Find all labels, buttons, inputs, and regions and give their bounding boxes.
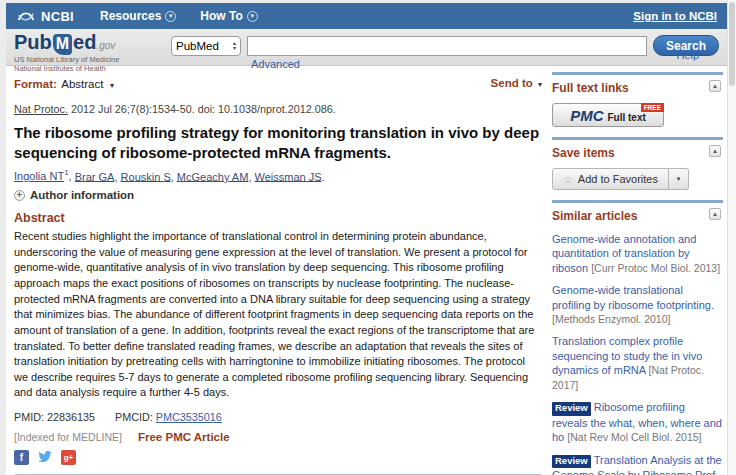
database-select-value: PubMed: [176, 40, 219, 52]
pmc-logo: PMC: [570, 107, 603, 124]
full-text-links-section: Full text links ▴ PMC Full text FREE: [552, 72, 723, 137]
pmid-value: 22836135: [47, 411, 95, 423]
chevron-down-icon: ▾: [247, 11, 258, 22]
sidebar: Full text links ▴ PMC Full text FREE Sav…: [552, 72, 723, 475]
author-list: Ingolia NT1, Brar GA, Rouskin S, McGeach…: [14, 169, 542, 183]
advanced-link[interactable]: Advanced: [251, 58, 719, 70]
article-title: The ribosome profiling strategy for moni…: [14, 123, 542, 163]
journal-link[interactable]: Nat Protoc.: [14, 103, 68, 115]
pubmed-logo[interactable]: PubMed.gov US National Library of Medici…: [14, 32, 141, 65]
ncbi-navbar: NCBI Resources ▾ How To ▾ Sign in to NCB…: [6, 3, 727, 29]
search-input[interactable]: [247, 36, 647, 56]
vertical-scrollbar[interactable]: [727, 0, 736, 475]
similar-article-item[interactable]: ReviewTranslation Analysis at the Genome…: [552, 453, 723, 475]
similar-article-item[interactable]: Genome-wide translational profiling by r…: [552, 283, 723, 326]
logo-ed: ed: [73, 31, 96, 53]
content-area: Format: Abstract ▾ Send to ▾ Nat Protoc.…: [6, 66, 727, 475]
nav-resources-label: Resources: [100, 9, 161, 23]
scrollbar-thumb[interactable]: [729, 2, 735, 86]
nlm-tagline: US National Library of Medicine National…: [14, 56, 141, 73]
author-link[interactable]: Ingolia NT1,: [14, 170, 72, 182]
ncbi-logo-icon: [16, 8, 36, 24]
author-link[interactable]: Weissman JS.: [255, 170, 325, 182]
review-badge: Review: [552, 455, 591, 468]
format-toolbar: Format: Abstract ▾ Send to ▾: [14, 74, 542, 92]
twitter-icon[interactable]: [37, 450, 53, 464]
author-information-label: Author information: [30, 189, 134, 201]
sign-in-link[interactable]: Sign in to NCBI: [633, 10, 717, 22]
search-header: PubMed.gov US National Library of Medici…: [6, 29, 727, 66]
similar-article-citation: [Nat Rev Mol Cell Biol. 2015]: [567, 431, 701, 443]
pmcid-label: PMCID:: [115, 411, 153, 423]
logo-m-icon: M: [53, 34, 72, 55]
database-select[interactable]: PubMed ▴▾: [171, 36, 241, 56]
similar-articles-heading: Similar articles: [552, 209, 723, 224]
similar-article-item[interactable]: ReviewRibosome profiling reveals the wha…: [552, 400, 723, 444]
star-icon: ☆: [563, 173, 573, 186]
similar-article-item[interactable]: Genome-wide annotation and quantitation …: [552, 232, 723, 275]
free-pmc-article-link[interactable]: Free PMC Article: [138, 431, 230, 443]
facebook-icon[interactable]: f: [14, 450, 29, 465]
free-badge: FREE: [641, 103, 664, 112]
send-to-menu[interactable]: Send to ▾: [491, 77, 542, 89]
ncbi-brand[interactable]: NCBI: [41, 9, 74, 24]
indexed-for-medline: [Indexed for MEDLINE]: [14, 431, 122, 443]
collapse-icon[interactable]: ▴: [709, 145, 721, 157]
similar-article-link[interactable]: Genome-wide translational profiling by r…: [552, 284, 714, 310]
journal-citation: Nat Protoc. 2012 Jul 26;7(8):1534-50. do…: [14, 103, 542, 115]
pubmed-page: NCBI Resources ▾ How To ▾ Sign in to NCB…: [6, 3, 727, 475]
similar-article-item[interactable]: Translation complex profile sequencing t…: [552, 334, 723, 392]
pmid-label: PMID:: [14, 411, 44, 423]
select-stepper-icon: ▴▾: [233, 41, 236, 51]
save-items-heading: Save items: [552, 146, 723, 161]
share-row: f g+: [14, 450, 542, 465]
expand-plus-icon: +: [14, 190, 25, 201]
full-text-links-heading: Full text links: [552, 81, 723, 96]
author-link[interactable]: Brar GA,: [75, 170, 118, 182]
nav-how-to-label: How To: [200, 9, 242, 23]
format-label: Format:: [14, 78, 57, 90]
pmc-full-text-label: Full text: [607, 112, 645, 123]
favorites-dropdown-button[interactable]: ▾: [669, 168, 689, 190]
review-badge: Review: [552, 402, 591, 415]
abstract-text: Recent studies highlight the importance …: [14, 229, 542, 401]
save-items-section: Save items ▴ ☆ Add to Favorites ▾: [552, 137, 723, 200]
identifier-row: PMID: 22836135 PMCID: PMC3535016: [14, 411, 542, 423]
help-link[interactable]: Help: [676, 49, 699, 61]
add-to-favorites-label: Add to Favorites: [578, 173, 658, 185]
collapse-icon[interactable]: ▴: [709, 208, 721, 220]
format-value: Abstract: [61, 78, 103, 90]
pmc-full-text-button[interactable]: PMC Full text FREE: [552, 103, 664, 127]
format-selector[interactable]: Format: Abstract ▾: [14, 74, 114, 92]
author-link[interactable]: Rouskin S,: [121, 170, 174, 182]
chevron-down-icon: ▾: [110, 81, 114, 90]
nav-resources[interactable]: Resources ▾: [100, 9, 176, 23]
chevron-down-icon: ▾: [538, 80, 542, 89]
author-information-toggle[interactable]: + Author information: [14, 189, 542, 201]
browser-viewport: NCBI Resources ▾ How To ▾ Sign in to NCB…: [0, 0, 736, 475]
index-status-row: [Indexed for MEDLINE] Free PMC Article: [14, 431, 542, 443]
pubmed-logo-text: PubMed.gov: [14, 32, 141, 56]
similar-article-citation: [Curr Protoc Mol Biol. 2013]: [591, 262, 720, 274]
citation-detail: 2012 Jul 26;7(8):1534-50. doi: 10.1038/n…: [68, 103, 336, 115]
logo-pub: Pub: [14, 31, 52, 53]
nav-how-to[interactable]: How To ▾: [200, 9, 257, 23]
logo-gov: .gov: [96, 40, 115, 51]
search-block: PubMed ▴▾ Search Advanced: [171, 32, 719, 65]
add-to-favorites-button[interactable]: ☆ Add to Favorites: [552, 168, 669, 190]
chevron-down-icon: ▾: [165, 11, 176, 22]
pmcid-link[interactable]: PMC3535016: [156, 411, 222, 423]
similar-article-citation: [Methods Enzymol. 2010]: [552, 313, 670, 325]
collapse-icon[interactable]: ▴: [709, 80, 721, 92]
similar-articles-section: Similar articles ▴ Genome-wide annotatio…: [552, 200, 723, 475]
author-link[interactable]: McGeachy AM,: [177, 170, 252, 182]
abstract-heading: Abstract: [14, 211, 542, 225]
article-column: Format: Abstract ▾ Send to ▾ Nat Protoc.…: [14, 72, 542, 475]
googleplus-icon[interactable]: g+: [61, 450, 76, 465]
send-to-label: Send to: [491, 77, 533, 89]
